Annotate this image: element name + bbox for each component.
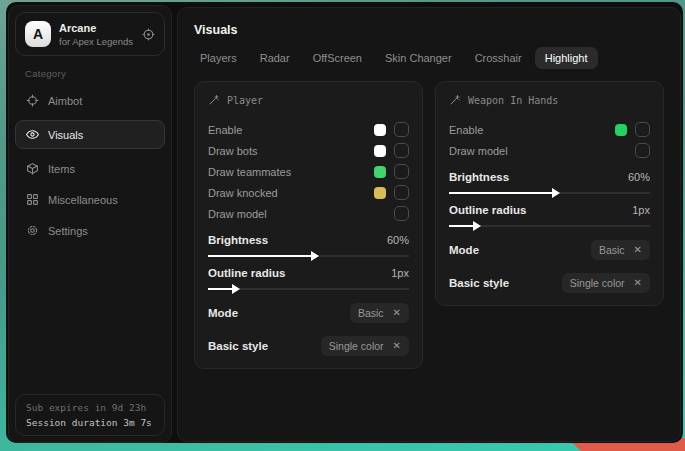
toggle-label: Enable xyxy=(449,124,483,136)
toggle-label: Draw teammates xyxy=(208,166,291,178)
color-swatch[interactable] xyxy=(374,145,386,157)
select-value: Basic xyxy=(599,244,625,256)
sidebar-item-label: Items xyxy=(48,163,75,175)
slider-row: Brightness 60% xyxy=(449,171,650,194)
slider-value: 60% xyxy=(628,171,650,183)
sidebar-item-label: Miscellaneous xyxy=(48,194,118,206)
checkbox[interactable] xyxy=(394,164,409,179)
tab-bar: PlayersRadarOffScreenSkin ChangerCrossha… xyxy=(178,37,680,77)
slider-track[interactable] xyxy=(449,225,650,227)
slider-track[interactable] xyxy=(449,192,650,194)
slider-value: 1px xyxy=(391,267,409,279)
select-value: Single color xyxy=(329,340,384,352)
slider-fill xyxy=(449,192,554,194)
color-swatch[interactable] xyxy=(374,166,386,178)
tab-skin-changer[interactable]: Skin Changer xyxy=(375,47,462,69)
app-subtitle: for Apex Legends xyxy=(59,36,134,47)
slider-fill xyxy=(449,225,475,227)
checkbox[interactable] xyxy=(394,143,409,158)
tab-players[interactable]: Players xyxy=(190,47,247,69)
slider-track[interactable] xyxy=(208,255,409,257)
select-value: Basic xyxy=(358,307,384,319)
toggle-row: Enable xyxy=(449,119,650,140)
box-icon xyxy=(26,162,39,175)
checkbox[interactable] xyxy=(394,122,409,137)
wand-icon xyxy=(208,94,220,106)
slider-fill xyxy=(208,288,234,290)
sidebar-item-label: Aimbot xyxy=(48,95,82,107)
slider-row: Outline radius 1px xyxy=(449,204,650,227)
slider-row: Brightness 60% xyxy=(208,234,409,257)
category-label: Category xyxy=(25,68,171,79)
close-icon[interactable]: ✕ xyxy=(393,341,401,351)
tab-highlight[interactable]: Highlight xyxy=(535,47,598,69)
slider-thumb[interactable] xyxy=(311,251,319,261)
checkbox[interactable] xyxy=(635,122,650,137)
target-icon[interactable] xyxy=(142,28,155,41)
slider-thumb[interactable] xyxy=(552,188,560,198)
sub-expires-text: Sub expires in 9d 23h xyxy=(26,402,154,413)
slider-value: 1px xyxy=(632,204,650,216)
checkbox[interactable] xyxy=(635,143,650,158)
select-label: Basic style xyxy=(449,277,509,289)
slider-value: 60% xyxy=(387,234,409,246)
toggle-row: Draw model xyxy=(449,140,650,161)
gear-icon xyxy=(26,224,39,237)
group-title: Player xyxy=(227,95,263,106)
slider-fill xyxy=(208,255,313,257)
select-chip[interactable]: Single color ✕ xyxy=(562,273,650,293)
tab-radar[interactable]: Radar xyxy=(250,47,300,69)
app-header: A Arcane for Apex Legends xyxy=(15,12,165,56)
sidebar-item-settings[interactable]: Settings xyxy=(15,216,165,245)
sidebar-item-label: Visuals xyxy=(48,129,83,141)
toggle-label: Enable xyxy=(208,124,242,136)
slider-label: Outline radius xyxy=(449,204,526,216)
page-title: Visuals xyxy=(178,8,680,37)
close-icon[interactable]: ✕ xyxy=(393,308,401,318)
main-panel: Visuals PlayersRadarOffScreenSkin Change… xyxy=(177,7,681,442)
sidebar-item-items[interactable]: Items xyxy=(15,154,165,183)
toggle-row: Draw model xyxy=(208,203,409,224)
toggle-row: Draw teammates xyxy=(208,161,409,182)
select-label: Basic style xyxy=(208,340,268,352)
slider-label: Brightness xyxy=(208,234,268,246)
group-title: Weapon In Hands xyxy=(468,95,558,106)
color-swatch[interactable] xyxy=(615,124,627,136)
select-chip[interactable]: Single color ✕ xyxy=(321,336,409,356)
grid-icon xyxy=(26,193,39,206)
sidebar: A Arcane for Apex Legends Category Aimbo… xyxy=(8,5,172,443)
select-row: Mode Basic ✕ xyxy=(208,303,409,323)
sidebar-nav: Aimbot Visuals Items Miscellaneous Setti… xyxy=(9,85,171,246)
select-chip[interactable]: Basic ✕ xyxy=(591,240,650,260)
slider-row: Outline radius 1px xyxy=(208,267,409,290)
eye-icon xyxy=(26,128,39,141)
checkbox[interactable] xyxy=(394,185,409,200)
close-icon[interactable]: ✕ xyxy=(634,278,642,288)
close-icon[interactable]: ✕ xyxy=(634,245,642,255)
panels-container: Player Enable Draw bots Draw teammates D… xyxy=(178,77,680,373)
slider-track[interactable] xyxy=(208,288,409,290)
sidebar-item-miscellaneous[interactable]: Miscellaneous xyxy=(15,185,165,214)
color-swatch[interactable] xyxy=(374,187,386,199)
select-label: Mode xyxy=(208,307,238,319)
color-swatch[interactable] xyxy=(374,124,386,136)
crosshair-icon xyxy=(26,94,39,107)
app-logo: A xyxy=(25,21,51,47)
select-chip[interactable]: Basic ✕ xyxy=(350,303,409,323)
checkbox[interactable] xyxy=(394,206,409,221)
select-row: Basic style Single color ✕ xyxy=(449,273,650,293)
toggle-label: Draw model xyxy=(208,208,267,220)
tab-offscreen[interactable]: OffScreen xyxy=(303,47,372,69)
slider-label: Brightness xyxy=(449,171,509,183)
session-duration-text: Session duration 3m 7s xyxy=(26,417,154,428)
slider-thumb[interactable] xyxy=(473,221,481,231)
toggle-label: Draw knocked xyxy=(208,187,278,199)
group-weapon-in-hands: Weapon In Hands Enable Draw model Bright… xyxy=(435,81,664,306)
slider-thumb[interactable] xyxy=(232,284,240,294)
group-player: Player Enable Draw bots Draw teammates D… xyxy=(194,81,423,369)
sidebar-item-visuals[interactable]: Visuals xyxy=(15,120,165,149)
sidebar-item-aimbot[interactable]: Aimbot xyxy=(15,86,165,115)
toggle-row: Enable xyxy=(208,119,409,140)
sidebar-item-label: Settings xyxy=(48,225,88,237)
tab-crosshair[interactable]: Crosshair xyxy=(465,47,532,69)
